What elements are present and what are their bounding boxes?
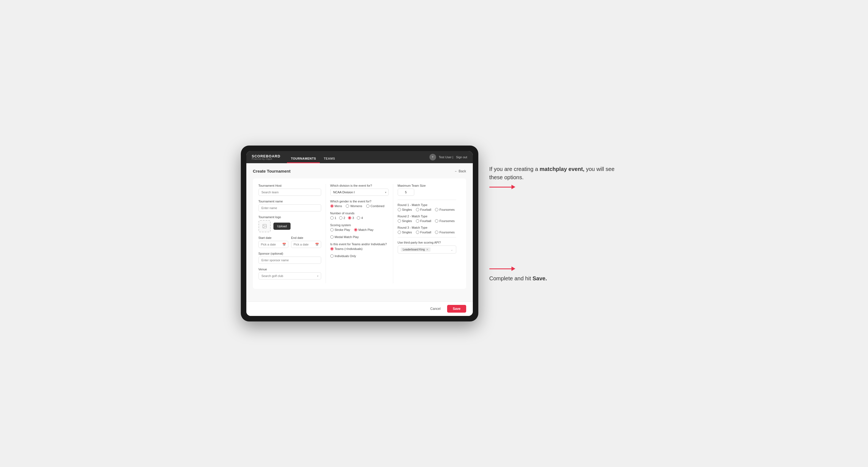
- gender-group: Which gender is the event for? Mens Wome…: [330, 200, 389, 208]
- start-date-wrapper: 📅: [258, 241, 288, 248]
- logo-placeholder: [258, 220, 271, 232]
- arrow-head-bottom: [512, 267, 515, 271]
- r2-singles[interactable]: Singles: [398, 219, 412, 223]
- end-date-wrapper: 📅: [291, 241, 321, 248]
- round-2[interactable]: 2: [339, 216, 345, 220]
- sponsor-label: Sponsor (optional): [258, 252, 321, 255]
- teams-group: Is this event for Teams and/or Individua…: [330, 243, 389, 258]
- round1-label: Round 1 - Match Type: [398, 203, 456, 207]
- sponsor-group: Sponsor (optional): [258, 252, 321, 264]
- avatar: T: [429, 154, 436, 160]
- division-select[interactable]: NCAA Division I NCAA Division II NCAA Di…: [330, 189, 389, 196]
- individuals-option[interactable]: Individuals Only: [330, 254, 356, 258]
- form-col-2: Which division is the event for? NCAA Di…: [326, 184, 393, 283]
- form-footer: Cancel Save: [246, 301, 473, 316]
- teams-option[interactable]: Teams (+Individuals): [330, 247, 363, 250]
- calendar-icon: 📅: [282, 243, 286, 246]
- outer-wrapper: SCOREBOARD Powered by clippit TOURNAMENT…: [241, 146, 627, 321]
- gender-combined[interactable]: Combined: [366, 205, 384, 208]
- rounds-label: Number of rounds: [330, 212, 389, 215]
- end-date-group: End date 📅: [291, 236, 321, 248]
- round-3[interactable]: 3: [348, 216, 354, 220]
- scoring-stroke[interactable]: Stroke Play: [330, 228, 350, 231]
- max-size-input[interactable]: [398, 189, 414, 196]
- scoring-label: Scoring system: [330, 223, 389, 227]
- annotation-area: If you are creating a matchplay event, y…: [489, 146, 627, 282]
- tab-teams[interactable]: TEAMS: [320, 155, 339, 163]
- teams-label: Is this event for Teams and/or Individua…: [330, 243, 389, 246]
- gender-radio-group: Mens Womens Combined: [330, 205, 389, 208]
- venue-input[interactable]: [258, 272, 321, 279]
- form-col-1: Tournament Host Tournament name Tourname…: [258, 184, 326, 283]
- start-label: Start date: [258, 236, 288, 240]
- round3-match-group: Round 3 - Match Type Singles Fourball: [398, 226, 456, 234]
- round3-label: Round 3 - Match Type: [398, 226, 456, 229]
- form-col-3: Maximum Team Size Round 1 - Match Type S…: [393, 184, 461, 283]
- gender-mens[interactable]: Mens: [330, 205, 342, 208]
- gender-womens[interactable]: Womens: [346, 205, 362, 208]
- scoring-match[interactable]: Match Play: [354, 228, 373, 231]
- date-row: Start date 📅 End date: [258, 236, 321, 248]
- round-4[interactable]: 4: [357, 216, 363, 220]
- annotation-bottom: Complete and hit Save.: [489, 267, 627, 282]
- max-size-group: Maximum Team Size: [398, 184, 456, 196]
- round3-radio-group: Singles Fourball Foursomes: [398, 230, 456, 234]
- signout-link[interactable]: Sign out: [456, 155, 467, 159]
- logo-sub: Powered by clippit: [252, 158, 281, 160]
- tab-tournaments[interactable]: TOURNAMENTS: [287, 155, 320, 163]
- back-button[interactable]: ← Back: [454, 169, 466, 173]
- r2-fourball[interactable]: Fourball: [416, 219, 431, 223]
- tournament-logo-group: Tournament logo Upload: [258, 215, 321, 232]
- calendar-icon-2: 📅: [315, 243, 319, 246]
- arrow-head-top: [512, 185, 515, 189]
- tournament-name-group: Tournament name: [258, 200, 321, 212]
- gender-label: Which gender is the event for?: [330, 200, 389, 203]
- arrow-line-bottom: [489, 269, 512, 269]
- rounds-radio-group: 1 2 3: [330, 216, 389, 220]
- api-label: Use third-party live scoring API?: [398, 241, 456, 244]
- nav-logo: SCOREBOARD Powered by clippit: [252, 154, 281, 160]
- rounds-group: Number of rounds 1 2: [330, 212, 389, 220]
- round2-label: Round 2 - Match Type: [398, 215, 456, 218]
- page-content: Create Tournament ← Back Tournament Host…: [246, 163, 473, 301]
- division-label: Which division is the event for?: [330, 184, 389, 187]
- tablet-frame: SCOREBOARD Powered by clippit TOURNAMENT…: [241, 146, 478, 321]
- name-label: Tournament name: [258, 200, 321, 203]
- name-input[interactable]: [258, 205, 321, 212]
- r3-singles[interactable]: Singles: [398, 230, 412, 234]
- round-1[interactable]: 1: [330, 216, 336, 220]
- r3-fourball[interactable]: Fourball: [416, 230, 431, 234]
- api-tag-close[interactable]: ✕: [426, 248, 428, 251]
- save-button[interactable]: Save: [447, 305, 466, 313]
- r3-foursomes[interactable]: Foursomes: [435, 230, 455, 234]
- api-tag: Leaderboard King ✕: [401, 247, 431, 252]
- nav-bar: SCOREBOARD Powered by clippit TOURNAMENT…: [246, 151, 473, 163]
- dates-group: Start date 📅 End date: [258, 236, 321, 248]
- scoring-medal[interactable]: Medal Match Play: [330, 235, 359, 239]
- scoring-group: Scoring system Stroke Play Match Play: [330, 223, 389, 239]
- round1-radio-group: Singles Fourball Foursomes: [398, 208, 456, 211]
- cancel-button[interactable]: Cancel: [426, 305, 444, 312]
- scoring-radio-group: Stroke Play Match Play Medal Match Play: [330, 228, 389, 239]
- tournament-host-group: Tournament Host: [258, 184, 321, 196]
- sponsor-input[interactable]: [258, 256, 321, 264]
- svg-point-1: [264, 225, 264, 226]
- venue-label: Venue: [258, 268, 321, 271]
- teams-radio-group: Teams (+Individuals) Individuals Only: [330, 247, 389, 258]
- r1-singles[interactable]: Singles: [398, 208, 412, 211]
- r1-fourball[interactable]: Fourball: [416, 208, 431, 211]
- round2-radio-group: Singles Fourball Foursomes: [398, 219, 456, 223]
- host-label: Tournament Host: [258, 184, 321, 187]
- api-selector[interactable]: Leaderboard King ✕ ⌄: [398, 246, 456, 253]
- division-select-wrapper: NCAA Division I NCAA Division II NCAA Di…: [330, 189, 389, 196]
- bottom-arrow: [489, 267, 627, 271]
- division-group: Which division is the event for? NCAA Di…: [330, 184, 389, 196]
- user-text: Test User |: [439, 155, 453, 159]
- r2-foursomes[interactable]: Foursomes: [435, 219, 455, 223]
- r1-foursomes[interactable]: Foursomes: [435, 208, 455, 211]
- logo-upload-area: Upload: [258, 220, 321, 232]
- logo-label: Tournament logo: [258, 215, 321, 219]
- round1-match-group: Round 1 - Match Type Singles Fourball: [398, 203, 456, 211]
- host-input[interactable]: [258, 189, 321, 196]
- upload-button[interactable]: Upload: [273, 223, 291, 230]
